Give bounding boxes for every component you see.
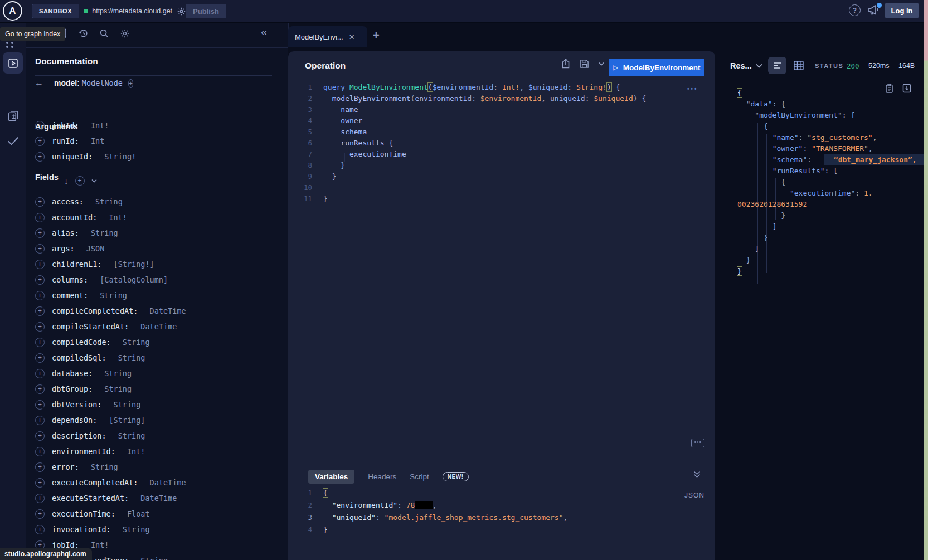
add-to-operation-icon[interactable]: + <box>35 384 45 394</box>
tab-variables[interactable]: Variables <box>308 470 354 484</box>
code-line[interactable]: 2 "environmentId": 78 , <box>288 499 715 512</box>
response-dropdown[interactable]: Res... <box>730 61 752 70</box>
argument-row[interactable]: +jobId: Int! <box>35 118 283 133</box>
add-model-button[interactable]: + <box>128 78 133 88</box>
code-line[interactable]: 0023620128631592 <box>737 199 925 210</box>
help-button[interactable]: ? <box>849 4 861 16</box>
tab-headers[interactable]: Headers <box>368 473 396 481</box>
code-line[interactable]: "name": "stg_customers", <box>737 132 925 143</box>
code-line[interactable]: "schema": “dbt_mary_jackson”, <box>737 154 925 165</box>
search-icon[interactable] <box>99 28 109 38</box>
field-row[interactable]: +compileStartedAt: DateTime <box>35 319 283 334</box>
add-to-operation-icon[interactable]: + <box>35 213 45 222</box>
code-line[interactable]: 8 } <box>288 160 715 171</box>
publish-button[interactable]: Publish <box>186 4 226 18</box>
add-to-operation-icon[interactable]: + <box>35 275 45 285</box>
add-fields-chevron-icon[interactable] <box>91 179 97 183</box>
add-to-operation-icon[interactable]: + <box>35 494 45 503</box>
code-line[interactable]: } <box>737 266 925 277</box>
add-to-operation-icon[interactable]: + <box>35 197 45 207</box>
code-line[interactable]: "owner": "TRANSFORMER", <box>737 143 925 154</box>
code-line[interactable]: 4 owner <box>288 115 715 126</box>
field-row[interactable]: +executeStartedAt: DateTime <box>35 490 283 506</box>
code-line[interactable]: 5 schema <box>288 126 715 138</box>
explorer-settings-gear-icon[interactable] <box>120 28 130 38</box>
code-line[interactable]: 7 executionTime <box>288 149 715 160</box>
login-button[interactable]: Log in <box>885 3 919 18</box>
code-line[interactable]: ] <box>737 221 925 232</box>
code-line[interactable]: ] <box>737 244 925 255</box>
keyboard-shortcuts-button[interactable] <box>691 439 704 447</box>
code-line[interactable]: "modelByEnvironment": [ <box>737 110 925 121</box>
add-all-fields-button[interactable]: + <box>75 176 85 186</box>
code-line[interactable]: { <box>737 177 925 188</box>
back-arrow-icon[interactable]: ← <box>35 78 43 88</box>
code-line[interactable]: 3 name <box>288 104 715 115</box>
code-line[interactable]: 9 } <box>288 171 715 182</box>
table-view-button[interactable] <box>794 61 804 70</box>
apollo-logo[interactable]: A <box>3 1 22 21</box>
close-tab-icon[interactable]: ✕ <box>349 33 355 41</box>
code-line[interactable]: "executionTime": 1. <box>737 188 925 199</box>
graph-index-icon[interactable] <box>6 42 15 47</box>
field-row[interactable]: +comment: String <box>35 288 283 303</box>
code-line[interactable]: 2 modelByEnvironment(environmentId: $env… <box>288 93 715 104</box>
field-row[interactable]: +dbtGroup: String <box>35 381 283 397</box>
field-row[interactable]: +args: JSON <box>35 241 283 256</box>
field-row[interactable]: +columns: [CatalogColumn] <box>35 272 283 288</box>
sort-fields-icon[interactable]: ↓ <box>64 176 69 186</box>
argument-row[interactable]: +uniqueId: String! <box>35 149 283 164</box>
field-row[interactable]: +compileCompletedAt: DateTime <box>35 303 283 319</box>
response-json-viewer[interactable]: { "data": { "modelByEnvironment": [ { "n… <box>737 87 925 277</box>
add-to-operation-icon[interactable]: + <box>35 478 45 488</box>
code-line[interactable]: "runResults": [ <box>737 165 925 177</box>
add-to-operation-icon[interactable]: + <box>35 260 45 269</box>
add-to-operation-icon[interactable]: + <box>35 338 45 347</box>
nav-explorer-button[interactable] <box>3 52 23 74</box>
add-to-operation-icon[interactable]: + <box>35 244 45 254</box>
raw-view-button[interactable] <box>768 57 786 74</box>
new-tab-button[interactable]: + <box>373 29 380 42</box>
field-row[interactable]: +compiledSql: String <box>35 350 283 366</box>
nav-schema-button[interactable] <box>7 109 20 123</box>
add-to-operation-icon[interactable]: + <box>35 306 45 316</box>
field-row[interactable]: +compiledCode: String <box>35 334 283 350</box>
endpoint-url-input[interactable]: https://metadata.cloud.get <box>79 4 191 18</box>
field-row[interactable]: +error: String <box>35 459 283 475</box>
add-to-operation-icon[interactable]: + <box>35 291 45 300</box>
code-line[interactable]: { <box>737 121 925 132</box>
run-operation-button[interactable]: ▷ ModelByEnvironment <box>609 59 704 76</box>
code-line[interactable]: "data": { <box>737 99 925 110</box>
breadcrumb-type[interactable]: ModelNode <box>82 79 123 87</box>
save-operation-icon[interactable] <box>580 59 589 69</box>
code-line[interactable]: 10 <box>288 182 715 193</box>
add-to-operation-icon[interactable]: + <box>35 447 45 456</box>
field-row[interactable]: +database: String <box>35 366 283 381</box>
field-row[interactable]: +dependsOn: [String] <box>35 412 283 428</box>
share-operation-icon[interactable] <box>561 59 570 69</box>
code-line[interactable]: 1{ <box>288 487 715 499</box>
add-to-operation-icon[interactable]: + <box>35 322 45 332</box>
tab-script[interactable]: Script <box>410 473 429 481</box>
code-line[interactable]: } <box>737 255 925 266</box>
breadcrumb-field[interactable]: model: <box>54 79 80 87</box>
nav-checks-button[interactable] <box>7 135 20 147</box>
field-row[interactable]: +dbtVersion: String <box>35 397 283 412</box>
field-row[interactable]: +executeCompletedAt: DateTime <box>35 475 283 490</box>
code-line[interactable]: } <box>737 210 925 221</box>
field-row[interactable]: +environmentId: Int! <box>35 444 283 459</box>
add-to-operation-icon[interactable]: + <box>35 228 45 238</box>
field-row[interactable]: +childrenL1: [String!] <box>35 256 283 272</box>
add-to-operation-icon[interactable]: + <box>35 152 45 162</box>
code-line[interactable]: 1query ModelByEnvironment($environmentId… <box>288 82 715 93</box>
graphql-editor[interactable]: 1query ModelByEnvironment($environmentId… <box>288 82 715 204</box>
field-row[interactable]: +access: String <box>35 194 283 210</box>
code-line[interactable]: 11} <box>288 193 715 204</box>
add-to-operation-icon[interactable]: + <box>35 353 45 363</box>
save-menu-chevron-icon[interactable] <box>599 62 604 66</box>
variables-editor[interactable]: 1{2 "environmentId": 78 ,3 "uniqueId": "… <box>288 487 715 536</box>
response-dropdown-chevron-icon[interactable] <box>756 64 762 68</box>
code-line[interactable]: { <box>737 87 925 99</box>
field-row[interactable]: +description: String <box>35 428 283 444</box>
operation-tab[interactable]: ModelByEnvi... ✕ <box>288 26 367 47</box>
